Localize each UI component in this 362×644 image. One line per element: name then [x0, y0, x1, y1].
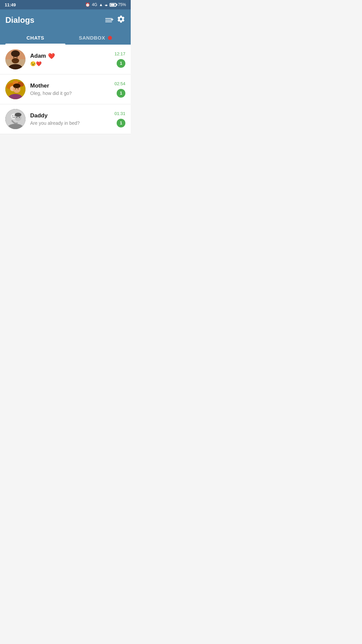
chat-time-daddy: 01:31 [114, 111, 125, 116]
header: Dialogs + CHATS SANDBOX [0, 9, 131, 45]
page-title: Dialogs [5, 15, 35, 25]
unread-badge-daddy: 1 [117, 119, 125, 127]
alarm-icon: ⏰ [85, 2, 90, 7]
chat-time-mother: 02:54 [114, 81, 125, 86]
new-chat-button[interactable]: + [105, 18, 112, 22]
unread-badge-adam: 1 [117, 59, 125, 68]
svg-point-30 [16, 117, 17, 118]
chat-meta-mother: 02:54 1 [114, 81, 125, 98]
chat-name-mother: Mother [30, 83, 110, 89]
svg-point-7 [11, 50, 20, 57]
sandbox-notification-dot [108, 36, 112, 40]
avatar-mother [5, 79, 25, 99]
svg-point-21 [18, 89, 18, 89]
chat-meta-adam: 12:17 1 [114, 51, 125, 68]
svg-point-9 [17, 57, 18, 58]
chat-content-daddy: Daddy Are you already in bed? [30, 112, 110, 126]
svg-point-29 [15, 113, 21, 117]
signal-icon: ▲ [99, 2, 103, 7]
avatar-adam [5, 49, 25, 69]
tab-sandbox[interactable]: SANDBOX [65, 31, 125, 45]
battery-label: 75% [118, 2, 126, 7]
settings-button[interactable] [117, 15, 125, 25]
tab-chats[interactable]: CHATS [5, 31, 65, 45]
empty-area [0, 134, 131, 268]
svg-point-27 [14, 115, 15, 116]
chat-preview-mother: Oleg, how did it go? [30, 91, 110, 96]
chat-preview-adam: 😉❤️ [30, 61, 110, 66]
chat-name-adam: Adam ❤️ [30, 53, 110, 60]
chat-content-adam: Adam ❤️ 😉❤️ [30, 53, 110, 66]
chat-time-adam: 12:17 [114, 51, 125, 56]
chat-item-mother[interactable]: Mother Oleg, how did it go? 02:54 1 [0, 74, 131, 104]
network-label: 4G [92, 2, 97, 7]
chat-name-daddy: Daddy [30, 112, 110, 119]
svg-point-8 [13, 57, 14, 58]
chat-meta-daddy: 01:31 1 [114, 111, 125, 127]
status-time: 11:49 [5, 2, 16, 7]
status-icons: ⏰ 4G ▲ ▲ 75% [85, 2, 126, 7]
header-icons: + [105, 15, 125, 25]
battery-icon [110, 3, 116, 7]
chat-item-adam[interactable]: Adam ❤️ 😉❤️ 12:17 1 [0, 45, 131, 74]
header-top: Dialogs + [5, 15, 125, 31]
chat-content-mother: Mother Oleg, how did it go? [30, 83, 110, 96]
signal-off-icon: ▲ [105, 3, 108, 7]
status-bar: 11:49 ⏰ 4G ▲ ▲ 75% [0, 0, 131, 9]
svg-point-26 [12, 115, 13, 116]
svg-point-31 [19, 117, 20, 118]
chat-preview-daddy: Are you already in bed? [30, 120, 110, 126]
avatar-daddy [5, 109, 25, 129]
unread-badge-mother: 1 [117, 89, 125, 98]
plus-mark: + [111, 17, 114, 22]
chat-item-daddy[interactable]: Daddy Are you already in bed? 01:31 1 [0, 104, 131, 134]
svg-point-6 [12, 58, 19, 63]
svg-point-19 [13, 84, 20, 88]
chat-list: Adam ❤️ 😉❤️ 12:17 1 [0, 45, 131, 134]
svg-point-20 [15, 89, 16, 89]
tabs: CHATS SANDBOX [5, 31, 125, 45]
chat-name-emoji-adam: ❤️ [48, 53, 55, 60]
